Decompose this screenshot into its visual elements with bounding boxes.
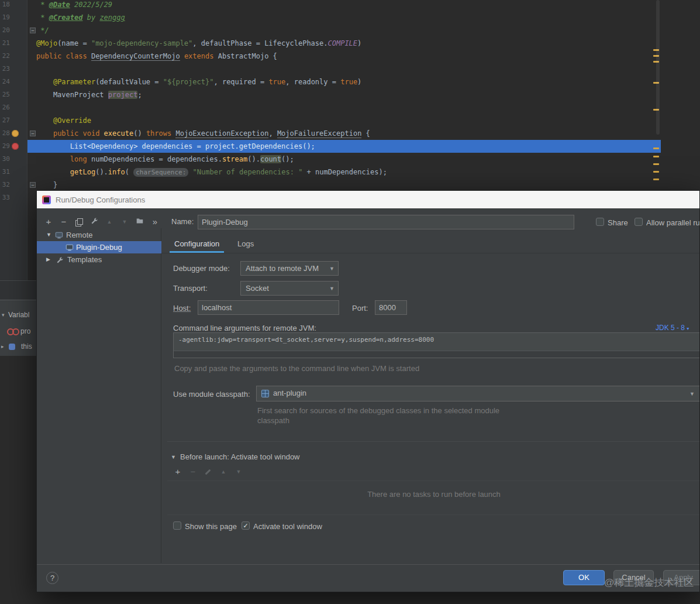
- create-folder-icon[interactable]: [135, 217, 144, 227]
- line-number: 32: [0, 179, 10, 191]
- code-text: MavenProject project;: [36, 88, 142, 101]
- module-classpath-label: Use module classpath:: [173, 390, 250, 399]
- chevron-down-icon[interactable]: ▼: [171, 454, 176, 460]
- debugger-mode-select[interactable]: Attach to remote JVM ▼: [240, 261, 339, 276]
- module-classpath-value: ant-plugin: [273, 389, 306, 397]
- allow-parallel-checkbox[interactable]: [635, 218, 643, 226]
- line-number: 22: [0, 50, 10, 63]
- watch-item[interactable]: pro: [0, 325, 36, 338]
- tab-configuration[interactable]: Configuration: [170, 236, 224, 253]
- line-number: 31: [0, 166, 10, 179]
- line-number: 29: [0, 140, 10, 153]
- variables-tab-label: Variabl: [8, 308, 29, 321]
- code-line[interactable]: 25 MavenProject project;: [0, 88, 700, 101]
- help-button[interactable]: ?: [46, 572, 58, 584]
- variables-tab[interactable]: ▾ Variabl: [0, 308, 36, 321]
- jdk-version-selector[interactable]: JDK 5 - 8 ▾: [656, 324, 689, 332]
- line-number: 26: [0, 101, 10, 114]
- activate-tool-window-checkbox[interactable]: [242, 521, 250, 530]
- host-label: Host:: [173, 304, 191, 313]
- watches-icon: [7, 328, 18, 334]
- debug-variables-panel: ▾ Variabl pro ▸ this: [0, 300, 36, 356]
- chevron-down-icon: ▼: [329, 286, 335, 291]
- code-line[interactable]: 27 @Override: [0, 114, 700, 127]
- code-text: @Parameter(defaultValue = "${project}", …: [36, 76, 361, 88]
- debugger-mode-label: Debugger mode:: [173, 264, 230, 273]
- code-line[interactable]: 31 getLog().info( charSequence: "Number …: [0, 166, 700, 179]
- fold-marker-icon[interactable]: −: [30, 182, 36, 188]
- cmdline-args-label: Command line arguments for remote JVM:: [173, 324, 316, 332]
- transport-select[interactable]: Socket ▼: [240, 281, 339, 296]
- tree-item-remote[interactable]: ▼ Remote: [37, 229, 161, 241]
- code-lines: 18 * @Date 2022/5/2919 * @Created by zen…: [0, 0, 700, 204]
- show-this-page-label: Show this page: [185, 522, 237, 531]
- tree-item-templates[interactable]: ▶ Templates: [37, 253, 161, 266]
- chevron-right-icon[interactable]: ▶: [46, 253, 50, 266]
- tree-item-label: Plugin-Debug: [76, 241, 122, 253]
- line-number: 30: [0, 153, 10, 166]
- code-line[interactable]: 20− */: [0, 24, 700, 37]
- this-variable-item[interactable]: ▸ this: [0, 340, 36, 353]
- share-checkbox[interactable]: [596, 218, 604, 226]
- cmdline-args-field[interactable]: -agentlib:jdwp=transport=dt_socket,serve…: [173, 332, 700, 351]
- breakpoint-icon[interactable]: [12, 143, 19, 150]
- tree-item-label: Templates: [67, 253, 102, 266]
- toolbar-overflow-icon[interactable]: »: [150, 217, 160, 227]
- chevron-down-icon[interactable]: ▼: [46, 229, 51, 241]
- code-text: */: [36, 24, 49, 37]
- show-this-page-checkbox[interactable]: [173, 521, 181, 530]
- port-input[interactable]: [375, 300, 407, 315]
- ok-button[interactable]: OK: [563, 570, 605, 585]
- code-line[interactable]: 24 @Parameter(defaultValue = "${project}…: [0, 76, 700, 88]
- change-marker: [653, 171, 659, 173]
- code-line[interactable]: 30 long numDependencies = dependencies.s…: [0, 153, 700, 166]
- args-horizontal-scrollbar[interactable]: [173, 351, 700, 358]
- line-number: 28: [0, 127, 10, 140]
- move-up-button: ▲: [219, 467, 228, 476]
- line-number: 18: [0, 0, 10, 11]
- remove-task-button: −: [188, 467, 198, 476]
- name-input[interactable]: [198, 215, 574, 229]
- remove-configuration-button[interactable]: −: [59, 217, 68, 227]
- code-line[interactable]: 28− public void execute() throws MojoExe…: [0, 127, 700, 140]
- code-line[interactable]: 22public class DependencyCounterMojo ext…: [0, 50, 700, 63]
- before-launch-header[interactable]: Before launch: Activate tool window: [180, 452, 300, 461]
- code-line[interactable]: 23: [0, 63, 700, 76]
- code-line[interactable]: 19 * @Created by zenggg: [0, 11, 700, 24]
- configurations-toolbar: + − ▲ ▼ »: [44, 216, 160, 228]
- add-configuration-button[interactable]: +: [44, 217, 53, 227]
- tree-item-label: Remote: [66, 229, 93, 241]
- divider: [167, 514, 700, 515]
- fold-marker-icon[interactable]: −: [30, 28, 36, 33]
- code-text: long numDependencies = dependencies.stre…: [36, 153, 294, 166]
- move-up-button: ▲: [105, 217, 114, 227]
- tab-logs[interactable]: Logs: [233, 236, 258, 253]
- code-line[interactable]: 26: [0, 101, 700, 114]
- host-input[interactable]: [198, 300, 339, 315]
- edit-templates-icon[interactable]: [89, 217, 99, 227]
- code-line[interactable]: 21@Mojo(name = "mojo-dependency-sample",…: [0, 37, 700, 50]
- divider: [161, 253, 700, 253]
- module-icon: [261, 389, 270, 400]
- change-marker: [653, 147, 659, 149]
- move-down-button: ▼: [234, 467, 243, 476]
- add-task-button[interactable]: +: [173, 467, 182, 476]
- code-text: * @Created by zenggg: [36, 11, 125, 24]
- tree-item-plugin-debug-selected[interactable]: Plugin-Debug: [37, 241, 161, 253]
- module-classpath-hint: First search for sources of the debugged…: [257, 406, 509, 425]
- code-line[interactable]: 32− }: [0, 179, 700, 191]
- copy-configuration-icon[interactable]: [74, 217, 84, 227]
- intellij-logo-icon: [42, 195, 51, 204]
- module-classpath-select[interactable]: ant-plugin ▼: [256, 386, 700, 401]
- code-line[interactable]: 29 List<Dependency> dependencies = proje…: [0, 140, 700, 153]
- editor-bottom-strip: [0, 280, 36, 300]
- code-line[interactable]: 18 * @Date 2022/5/29: [0, 0, 700, 11]
- scrollbar-thumb[interactable]: [656, 0, 660, 135]
- dialog-titlebar[interactable]: Run/Debug Configurations: [37, 191, 699, 208]
- bookmark-icon[interactable]: [12, 130, 19, 137]
- code-text: }: [36, 179, 57, 191]
- divider: [37, 564, 700, 565]
- dialog-title: Run/Debug Configurations: [56, 195, 145, 204]
- change-marker: [653, 179, 659, 180]
- fold-marker-icon[interactable]: −: [30, 131, 36, 136]
